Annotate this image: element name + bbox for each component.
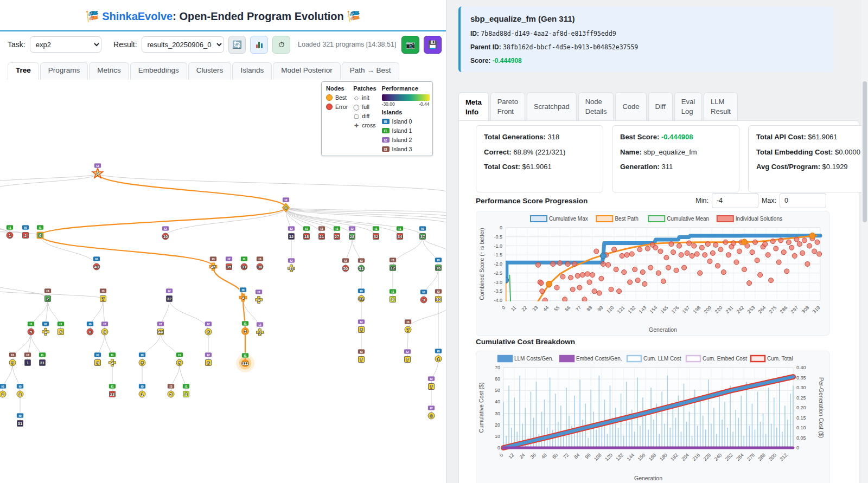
node-label: 12	[289, 234, 293, 239]
tree-node[interactable]: I043	[93, 256, 100, 270]
tree-node[interactable]: I32	[44, 288, 52, 302]
result-select[interactable]: results_20250906_031	[142, 36, 224, 53]
scatter-point	[539, 281, 544, 286]
tree-node[interactable]: I228	[349, 226, 356, 240]
svg-text:0.05: 0.05	[796, 435, 806, 441]
scatter-point	[685, 250, 690, 255]
tree-node[interactable]: I321	[318, 226, 326, 240]
parent-id-value: 38fb162d-bbcf-4d5e-b913-b04852e37559	[503, 43, 638, 51]
tab-metrics[interactable]: Metrics	[89, 62, 129, 80]
scatter-point	[563, 297, 567, 302]
perf-section-heading: Performance Score Progression	[476, 197, 588, 205]
scatter-point	[640, 270, 645, 275]
legend-island-1: I1Island 1	[382, 127, 430, 134]
tree-edge	[31, 299, 48, 332]
svg-text:275: 275	[768, 305, 778, 314]
tree-node[interactable]: I24	[257, 322, 264, 336]
tree-node[interactable]: I20	[93, 163, 103, 178]
svg-text:I2: I2	[159, 322, 162, 326]
cost-bar	[744, 436, 745, 448]
tree-node[interactable]: I24	[256, 289, 263, 304]
tab-clusters[interactable]: Clusters	[188, 62, 232, 80]
tree-node[interactable]: I26	[205, 321, 212, 335]
tree-node[interactable]: I1311	[236, 353, 254, 372]
tab-scratchpad[interactable]: Scratchpad	[527, 92, 577, 121]
scatter-point	[797, 242, 802, 247]
tree-node[interactable]: I338	[257, 256, 264, 270]
tab-model-posterior[interactable]: Model Posterior	[273, 62, 341, 80]
legend-node-error: Error	[326, 104, 348, 110]
svg-text:I0: I0	[437, 349, 440, 353]
tree-node[interactable]: I312	[390, 257, 397, 271]
scatter-point	[594, 249, 599, 254]
cost-bar	[741, 396, 742, 448]
svg-text:I1: I1	[59, 322, 62, 326]
svg-text:240: 240	[713, 452, 723, 462]
legend-island-3: I3Island 3	[382, 146, 430, 152]
tree-node[interactable]: I15	[242, 321, 249, 334]
tab-programs[interactable]: Programs	[40, 62, 88, 80]
tree-node[interactable]: I04	[42, 321, 49, 336]
save-button[interactable]: 💾	[424, 36, 442, 54]
scrollbar-thumb[interactable]	[863, 81, 867, 222]
tree-node[interactable]: I037	[419, 226, 426, 240]
cost-bar	[782, 432, 783, 448]
svg-text:0.20: 0.20	[796, 405, 806, 410]
tab-meta-info[interactable]: Meta Info	[458, 92, 489, 121]
tree-node[interactable]: I05	[139, 352, 146, 366]
tree-node[interactable]: I37	[405, 319, 412, 333]
tree-node[interactable]: I235	[226, 256, 233, 270]
tree-legend: Nodes BestError Patches ◇init◯full▢diff✚…	[321, 81, 433, 156]
tree-node[interactable]: I14	[109, 352, 116, 366]
svg-text:176: 176	[671, 305, 680, 314]
tree-node[interactable]: I118	[303, 226, 310, 240]
tab-diff[interactable]: Diff	[648, 92, 673, 121]
tree-node[interactable]: I16	[37, 225, 44, 239]
refresh-button[interactable]: 🔄	[228, 36, 246, 54]
timer-button[interactable]: ⏱	[272, 36, 290, 54]
tab-islands[interactable]: Islands	[232, 62, 272, 80]
node-label: 27	[335, 234, 339, 239]
tab-llm-result[interactable]: LLM Result	[704, 92, 738, 121]
meta-stat: Total Generations: 318	[484, 132, 595, 142]
tree-node[interactable]: I131	[241, 256, 248, 270]
tree-node[interactable]: I232	[166, 288, 173, 302]
task-select[interactable]: exp2	[30, 36, 101, 53]
tab-node-details[interactable]: Node Details	[578, 92, 614, 121]
screenshot-button[interactable]: 📷	[401, 36, 419, 54]
scrollbar-track[interactable]	[861, 0, 868, 483]
tree-node[interactable]: I39	[9, 352, 16, 366]
tree-node[interactable]: I04	[240, 287, 247, 301]
scatter-point	[656, 271, 661, 275]
min-input[interactable]	[712, 193, 758, 208]
tree-node[interactable]: I15	[176, 352, 183, 366]
tree-node[interactable]: I02	[22, 225, 29, 239]
tree-edge	[105, 332, 112, 363]
tree-node[interactable]: I016	[435, 257, 442, 271]
scatter-point	[682, 265, 687, 270]
svg-text:-2.5: -2.5	[494, 271, 502, 276]
tree-node[interactable]: I37	[100, 288, 107, 302]
tab-path-best[interactable]: Path → Best	[342, 62, 399, 80]
legend-island-0: I0Island 0	[382, 118, 430, 125]
tree-node[interactable]: I15	[28, 321, 35, 335]
svg-text:I1: I1	[111, 353, 114, 357]
svg-text:204: 204	[680, 452, 690, 462]
full-shape-icon: ◯	[353, 104, 359, 110]
tree-node[interactable]: I127	[334, 226, 341, 240]
cost-section-heading: Cumulative Cost Breakdown	[476, 338, 575, 346]
cost-bar	[664, 424, 665, 448]
tab-tree[interactable]: Tree	[8, 62, 39, 80]
tab-code[interactable]: Code	[615, 92, 646, 121]
max-input[interactable]	[780, 193, 826, 208]
node-label: 32	[167, 297, 171, 301]
scatter-point	[698, 271, 703, 275]
tab-pareto-front[interactable]: Pareto Front	[490, 92, 525, 121]
tab-embeddings[interactable]: Embeddings	[130, 62, 187, 80]
svg-text:-1.0: -1.0	[494, 243, 502, 249]
tree-node[interactable]: I244	[288, 258, 295, 272]
svg-text:40: 40	[495, 399, 500, 404]
tab-eval-log[interactable]: Eval Log	[674, 92, 702, 121]
chart-button[interactable]	[250, 36, 268, 54]
scatter-point	[565, 262, 570, 267]
